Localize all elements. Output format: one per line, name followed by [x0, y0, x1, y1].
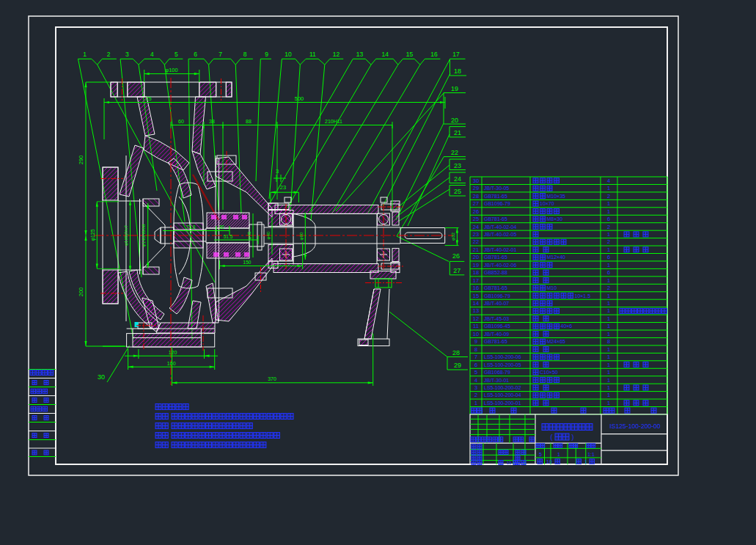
svg-text:27: 27	[453, 267, 460, 274]
svg-text:1: 1	[607, 384, 610, 391]
svg-text:21: 21	[473, 246, 479, 253]
svg-text:6: 6	[474, 362, 477, 368]
svg-text:GB852-88: GB852-88	[484, 270, 507, 275]
svg-text:28: 28	[452, 349, 460, 356]
svg-text:φ125: φ125	[90, 229, 96, 241]
svg-text:2: 2	[474, 392, 477, 398]
svg-text:1: 1	[607, 331, 610, 337]
svg-text:3: 3	[125, 51, 129, 58]
svg-text:GB1096-79: GB1096-79	[484, 201, 510, 206]
svg-text:20: 20	[451, 117, 458, 124]
svg-text:10: 10	[473, 331, 479, 337]
svg-text:5: 5	[175, 51, 178, 58]
svg-text:LS5-100-200-01: LS5-100-200-01	[484, 400, 521, 406]
svg-text:290: 290	[78, 156, 84, 165]
svg-text:10: 10	[546, 459, 552, 464]
svg-text:500: 500	[295, 95, 304, 102]
svg-text:370: 370	[268, 376, 276, 381]
svg-text:16: 16	[473, 285, 479, 291]
svg-text:23: 23	[454, 162, 461, 169]
svg-text:29: 29	[454, 362, 461, 369]
svg-text:24: 24	[454, 175, 461, 183]
svg-text:1: 1	[607, 377, 610, 384]
svg-text:10×1.5: 10×1.5	[575, 293, 591, 299]
svg-text:C10×50: C10×50	[540, 370, 558, 375]
svg-text:8: 8	[243, 51, 247, 58]
svg-text:φ40: φ40	[265, 231, 271, 239]
svg-text:1: 1	[607, 369, 610, 376]
svg-text:4: 4	[150, 51, 154, 58]
svg-text:GB781-65: GB781-65	[484, 194, 507, 199]
svg-text:φ100: φ100	[165, 67, 177, 73]
svg-text:12: 12	[333, 51, 340, 58]
svg-text:GB781-65: GB781-65	[484, 216, 507, 222]
svg-text:GB1096-79: GB1096-79	[484, 293, 510, 299]
svg-text:5: 5	[539, 452, 542, 457]
svg-text:15: 15	[406, 51, 414, 58]
svg-text:7: 7	[474, 354, 477, 360]
svg-text:M12×40: M12×40	[547, 255, 566, 260]
svg-text:IS125-100-200-00: IS125-100-200-00	[609, 423, 660, 430]
svg-text:LS5-100-200-02: LS5-100-200-02	[484, 385, 521, 390]
svg-text:1: 1	[607, 362, 610, 368]
svg-text:6: 6	[607, 254, 610, 260]
svg-text:): )	[572, 434, 574, 441]
svg-text:JB/T-40-07: JB/T-40-07	[484, 301, 509, 306]
svg-text:1: 1	[607, 400, 610, 406]
svg-text:1: 1	[607, 307, 610, 314]
svg-text:M10: M10	[547, 285, 557, 290]
svg-text:1: 1	[607, 392, 610, 398]
svg-text:28: 28	[473, 193, 479, 200]
svg-text:29: 29	[473, 185, 479, 191]
svg-text:JB/T-40-02-01: JB/T-40-02-01	[484, 247, 516, 252]
svg-text:JB/T-30-05: JB/T-30-05	[484, 186, 509, 191]
svg-text:25: 25	[145, 95, 151, 102]
svg-text:150: 150	[243, 260, 252, 265]
svg-text:5: 5	[474, 369, 477, 376]
svg-text:1: 1	[474, 400, 477, 406]
svg-text:17: 17	[452, 51, 460, 58]
svg-text:GB781-65: GB781-65	[484, 285, 507, 290]
svg-text:JB/T-40-09: JB/T-40-09	[484, 332, 509, 337]
svg-text:1: 1	[607, 300, 610, 307]
svg-text:1: 1	[607, 277, 610, 284]
svg-text:1: 1	[607, 323, 610, 329]
svg-text:51.5: 51.5	[224, 234, 233, 239]
svg-text:26: 26	[473, 208, 479, 215]
svg-text:19: 19	[473, 262, 479, 268]
svg-text:M24×65: M24×65	[547, 339, 566, 344]
svg-text:21: 21	[454, 129, 461, 136]
svg-text:GB781-65: GB781-65	[484, 255, 507, 260]
svg-text:2: 2	[607, 224, 610, 230]
svg-text:12: 12	[473, 315, 479, 322]
svg-text:φ60: φ60	[298, 232, 304, 240]
svg-text:2: 2	[607, 285, 610, 291]
svg-text:GB1068-79: GB1068-79	[484, 370, 510, 375]
svg-text:27: 27	[473, 200, 479, 207]
svg-text:2: 2	[107, 51, 111, 58]
svg-text:73.8: 73.8	[186, 224, 196, 230]
svg-text:1: 1	[607, 293, 610, 299]
svg-text:9: 9	[265, 51, 268, 58]
svg-text:9: 9	[474, 338, 477, 345]
svg-text:M10×35: M10×35	[547, 194, 566, 199]
svg-text:13: 13	[356, 51, 364, 58]
svg-text:23: 23	[280, 184, 286, 191]
svg-text:(: (	[551, 434, 553, 441]
svg-text:13: 13	[473, 307, 479, 314]
svg-text:40×6: 40×6	[561, 323, 573, 329]
svg-text:1: 1	[584, 459, 587, 464]
svg-text:4: 4	[607, 178, 610, 184]
svg-text:10×70: 10×70	[540, 201, 554, 206]
svg-text:1: 1	[607, 200, 610, 207]
svg-text:JB/T-45-03: JB/T-45-03	[484, 316, 509, 321]
svg-text:1:1: 1:1	[587, 452, 595, 457]
svg-text:1: 1	[607, 315, 610, 322]
svg-text:JB/T-30-01: JB/T-30-01	[484, 378, 509, 383]
svg-text:25: 25	[454, 188, 461, 195]
svg-text:2: 2	[607, 238, 610, 245]
svg-text:JB/T-40-02-06: JB/T-40-02-06	[484, 263, 516, 268]
svg-text:17: 17	[473, 277, 479, 284]
svg-text:LS5-100-200-04: LS5-100-200-04	[484, 392, 521, 398]
svg-text:22: 22	[451, 149, 458, 156]
